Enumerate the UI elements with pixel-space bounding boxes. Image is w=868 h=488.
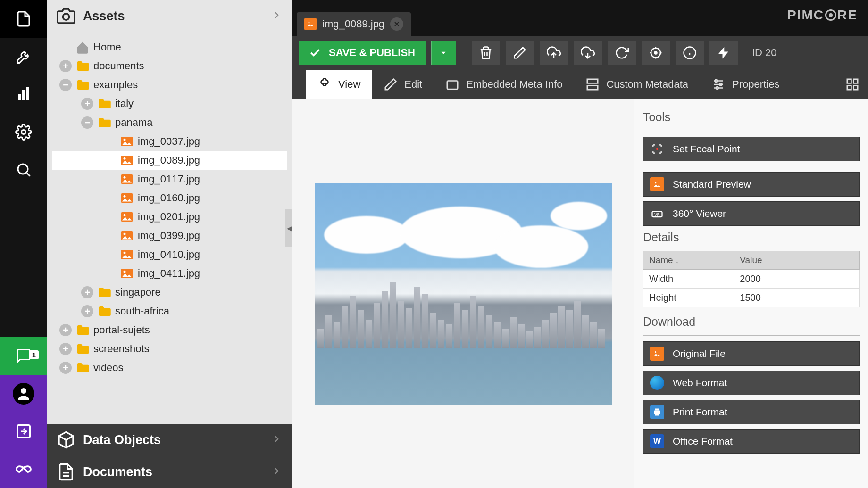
folder-icon <box>97 304 111 318</box>
close-tab-icon[interactable] <box>390 17 403 31</box>
table-row: Height1500 <box>643 289 860 307</box>
folder-icon <box>97 285 111 299</box>
svg-rect-56 <box>854 79 858 83</box>
word-icon: W <box>650 434 664 448</box>
download-web-button[interactable]: Web Format <box>643 371 860 395</box>
tree-image-file[interactable]: img_0399.jpg <box>52 226 287 245</box>
left-rail: 1 <box>0 0 47 488</box>
tree-image-file[interactable]: img_0037.jpg <box>52 132 287 151</box>
svg-point-26 <box>124 252 126 254</box>
svg-marker-34 <box>442 52 446 54</box>
tree-image-file[interactable]: img_0117.jpg <box>52 170 287 189</box>
pencil-icon <box>384 77 398 91</box>
image-icon <box>120 210 134 224</box>
tree-folder-italy[interactable]: +italy <box>52 94 287 113</box>
collapse-icon[interactable]: − <box>81 116 93 129</box>
svg-rect-48 <box>587 86 598 90</box>
svg-rect-2 <box>26 87 29 100</box>
sliders-icon <box>711 77 726 91</box>
download-print-button[interactable]: Print Format <box>643 400 860 424</box>
svg-point-24 <box>124 233 126 235</box>
save-publish-button[interactable]: SAVE & PUBLISH <box>299 41 426 65</box>
rail-user-icon[interactable] <box>0 375 47 413</box>
expand-icon[interactable]: + <box>81 286 93 298</box>
camera-icon <box>445 77 459 91</box>
camera-icon <box>57 7 75 25</box>
cloud-download-icon <box>581 46 595 60</box>
tree-folder-panama[interactable]: −panama <box>52 113 287 132</box>
col-name[interactable]: Name ↓ <box>643 251 734 270</box>
tree-folder-examples[interactable]: −examples <box>52 75 287 94</box>
arrow-right-icon <box>270 9 283 23</box>
tree-image-file[interactable]: img_0201.jpg <box>52 207 287 226</box>
tree-image-file[interactable]: img_0411.jpg <box>52 264 287 283</box>
download-button[interactable] <box>574 41 602 65</box>
svg-rect-57 <box>847 86 851 90</box>
rail-infinity-icon[interactable] <box>0 450 47 488</box>
workflow-button[interactable] <box>709 41 738 65</box>
upload-button[interactable] <box>540 41 568 65</box>
rail-logout-icon[interactable] <box>0 413 47 450</box>
svg-rect-1 <box>22 90 25 100</box>
panel-assets-header[interactable]: Assets <box>47 0 292 32</box>
expand-icon[interactable]: + <box>81 98 93 110</box>
tree-folder-videos[interactable]: +videos <box>52 358 287 377</box>
tree-image-file[interactable]: img_0160.jpg <box>52 189 287 207</box>
tree-image-file[interactable]: img_0410.jpg <box>52 245 287 264</box>
tree-image-file[interactable]: img_0089.jpg <box>52 151 287 170</box>
rail-chart-icon[interactable] <box>0 75 47 113</box>
tab-embedded-meta[interactable]: Embedded Meta Info <box>434 70 574 99</box>
rail-wrench-icon[interactable] <box>0 38 47 75</box>
check-icon <box>309 47 321 59</box>
expand-icon[interactable]: + <box>81 305 93 317</box>
image-icon <box>120 172 134 186</box>
content-area: Tools Set Focal Point Standard Preview V… <box>292 99 868 488</box>
folder-icon <box>97 97 111 111</box>
svg-point-3 <box>22 130 26 134</box>
svg-point-59 <box>656 148 658 150</box>
expand-icon[interactable]: + <box>59 362 72 374</box>
collapse-icon[interactable]: − <box>59 79 72 91</box>
tree-folder-south-africa[interactable]: +south-africa <box>52 302 287 321</box>
delete-button[interactable] <box>472 41 500 65</box>
svg-point-28 <box>124 271 126 273</box>
download-office-button[interactable]: WOffice Format <box>643 429 860 454</box>
tab-custom-metadata[interactable]: Custom Metadata <box>574 70 700 99</box>
tree-folder-documents[interactable]: +documents <box>52 57 287 75</box>
locate-button[interactable] <box>642 41 670 65</box>
tab-more[interactable] <box>837 70 868 99</box>
svg-rect-0 <box>18 94 21 100</box>
folder-icon <box>75 78 90 92</box>
rail-file-icon[interactable] <box>0 0 47 38</box>
rail-gear-icon[interactable] <box>0 113 47 151</box>
folder-icon <box>75 361 90 375</box>
tree-folder-portal-sujets[interactable]: +portal-sujets <box>52 321 287 339</box>
panel-data-objects-header[interactable]: Data Objects <box>47 424 292 456</box>
tree-folder-screenshots[interactable]: +screenshots <box>52 339 287 358</box>
file-tab[interactable]: img_0089.jpg <box>297 12 411 36</box>
360-viewer-button[interactable]: VR360° Viewer <box>643 201 860 226</box>
rename-button[interactable] <box>506 41 534 65</box>
standard-preview-button[interactable]: Standard Preview <box>643 172 860 197</box>
expand-icon[interactable]: + <box>59 60 72 72</box>
col-value[interactable]: Value <box>734 251 860 270</box>
target-icon <box>649 46 663 60</box>
refresh-button[interactable] <box>608 41 636 65</box>
rail-search-icon[interactable] <box>0 151 47 189</box>
save-dropdown-button[interactable] <box>431 41 456 65</box>
svg-rect-55 <box>847 79 851 83</box>
download-original-button[interactable]: Original File <box>643 341 860 366</box>
panel-documents-header[interactable]: Documents <box>47 456 292 488</box>
sidebar-collapse-handle[interactable]: ◀ <box>285 209 292 247</box>
expand-icon[interactable]: + <box>59 343 72 355</box>
info-button[interactable] <box>676 41 704 65</box>
tab-edit[interactable]: Edit <box>372 70 434 99</box>
tree-home[interactable]: Home <box>52 38 287 57</box>
tab-view[interactable]: View <box>306 70 372 99</box>
rail-notifications-icon[interactable]: 1 <box>0 337 47 375</box>
set-focal-point-button[interactable]: Set Focal Point <box>643 137 860 161</box>
layout-icon <box>585 77 600 91</box>
expand-icon[interactable]: + <box>59 324 72 336</box>
tree-folder-singapore[interactable]: +singapore <box>52 283 287 302</box>
tab-properties[interactable]: Properties <box>700 70 791 99</box>
